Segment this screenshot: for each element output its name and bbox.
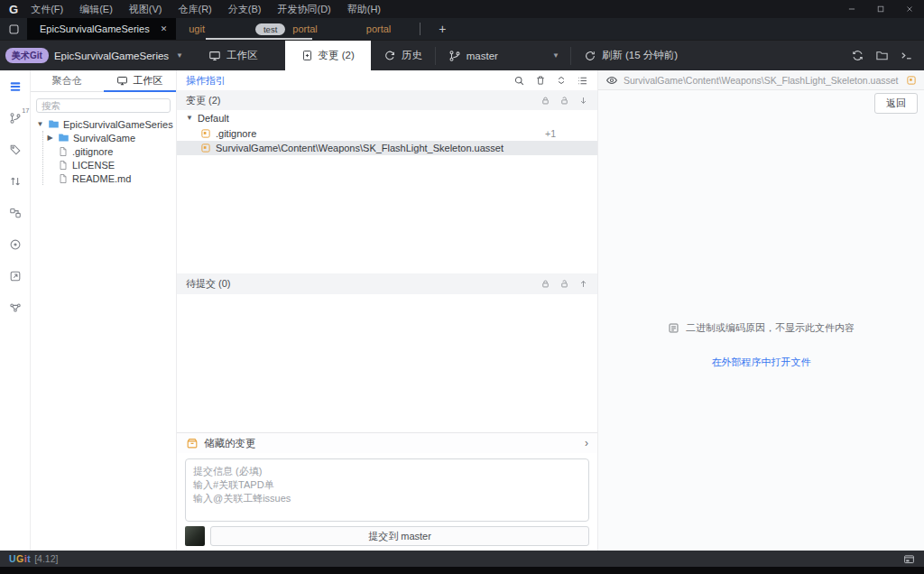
sync-icon[interactable] (851, 49, 864, 62)
tab-aggregate-repo[interactable]: 聚合仓 (31, 70, 104, 91)
rail-pipeline-button[interactable] (7, 301, 23, 315)
branch-selector[interactable]: master (436, 41, 502, 70)
stashed-changes-row[interactable]: 储藏的变更 › (177, 432, 597, 453)
tree-item-root[interactable]: ▼ EpicSurvivalGameSeries (31, 117, 176, 131)
menu-item-collab[interactable]: 开发协同(D) (277, 3, 330, 16)
operation-guide-link[interactable]: 操作指引 (186, 74, 226, 88)
list-view-icon[interactable] (577, 75, 588, 87)
rail-submodules-button[interactable] (7, 206, 23, 220)
circle-dot-icon (9, 238, 22, 251)
rail-push-pull-button[interactable] (7, 174, 23, 189)
staged-section-icons (541, 279, 588, 289)
preview-file-path: SurvivalGame\Content\Weapons\SK_FlashLig… (624, 75, 898, 86)
rail-workspace-button[interactable] (7, 79, 23, 94)
chevron-right-icon[interactable]: › (585, 437, 588, 449)
send-box-icon (9, 270, 22, 282)
close-button[interactable] (895, 0, 924, 18)
history-tab[interactable]: 历史 (371, 41, 435, 70)
change-group-label: Default (198, 113, 229, 124)
explorer-tabs: 聚合仓 工作区 (31, 70, 176, 92)
unlock-icon[interactable] (559, 279, 569, 289)
search-icon[interactable] (513, 75, 525, 87)
tree-item-folder[interactable]: ▶ SurvivalGame (46, 131, 176, 144)
panel-icon (903, 553, 915, 565)
refresh-icon (584, 50, 596, 62)
tree-item-label: README.md (72, 173, 131, 184)
repo-tab-active[interactable]: EpicSurvivalGameSeries ✕ (27, 18, 176, 40)
tab-workspace[interactable]: 工作区 (104, 70, 177, 91)
maximize-button[interactable] (866, 0, 895, 18)
repo-tab-label: portal (366, 23, 392, 34)
tab-label: 工作区 (133, 74, 162, 88)
tree-children: ▶ SurvivalGame .gitignore LICENSE (42, 131, 176, 185)
menu-item-help[interactable]: 帮助(H) (347, 3, 381, 16)
binary-notice-text: 二进制或编码原因，不显示此文件内容 (686, 321, 855, 335)
repo-tab-ugit[interactable]: ugit (176, 18, 217, 40)
changed-file-row[interactable]: .gitignore +1 (177, 125, 597, 141)
unlock-icon[interactable] (559, 96, 569, 106)
commit-button[interactable]: 提交到 master (210, 526, 589, 546)
tree-item-label: LICENSE (72, 160, 115, 171)
stage-down-arrow-icon[interactable] (578, 96, 588, 106)
notification-panel-button[interactable] (903, 553, 915, 565)
menu-list-icon (9, 80, 22, 93)
refresh-button[interactable]: 刷新 (15 分钟前) (571, 41, 690, 70)
rail-branches-button[interactable]: 17 (7, 111, 23, 125)
terminal-icon[interactable] (900, 49, 913, 62)
menu-item-edit[interactable]: 编辑(E) (79, 3, 113, 16)
tree-item-file[interactable]: .gitignore (46, 144, 176, 158)
tree-item-label: EpicSurvivalGameSeries (63, 119, 173, 130)
search-input[interactable] (36, 98, 171, 113)
refresh-label: 刷新 (15 分钟前) (602, 49, 678, 62)
chevron-right-icon[interactable]: ▶ (46, 134, 54, 142)
menu-bar: 文件(F) 编辑(E) 视图(V) 仓库(R) 分支(B) 开发协同(D) 帮助… (31, 3, 381, 16)
new-tab-button[interactable]: + (430, 18, 455, 40)
back-button[interactable]: 返回 (874, 93, 918, 114)
change-group-row[interactable]: ▼ Default (177, 110, 597, 125)
user-avatar[interactable] (185, 526, 205, 546)
unstage-up-arrow-icon[interactable] (578, 279, 588, 289)
tag-icon (9, 144, 22, 156)
open-external-link[interactable]: 在外部程序中打开文件 (598, 356, 924, 369)
branch-chevron-down-icon[interactable]: ▼ (552, 51, 559, 60)
menu-item-file[interactable]: 文件(F) (31, 3, 63, 16)
stashed-changes-label: 储藏的变更 (204, 437, 256, 450)
window-list-button[interactable] (0, 18, 27, 40)
menu-item-branch[interactable]: 分支(B) (228, 3, 262, 16)
repo-selector[interactable]: EpicSurvivalGameSeries (54, 51, 169, 61)
git-branch-icon (9, 112, 22, 125)
staged-section-header: 待提交 (0) (177, 273, 597, 294)
changed-file-row-selected[interactable]: SurvivalGame\Content\Weapons\SK_FlashLig… (177, 141, 597, 155)
repo-tab-portal-test[interactable]: test portal (243, 18, 330, 40)
repo-tab-portal[interactable]: portal (354, 18, 404, 40)
discard-trash-icon[interactable] (535, 75, 546, 86)
changed-file-name: SurvivalGame\Content\Weapons\SK_FlashLig… (216, 143, 504, 153)
rail-tags-button[interactable] (7, 143, 23, 157)
rail-issues-button[interactable] (7, 237, 23, 252)
changes-tab[interactable]: 变更 (2) (285, 41, 371, 70)
app-letter: U (9, 553, 16, 564)
stash-box-icon (186, 437, 199, 449)
repo-tab-label: portal (292, 23, 318, 34)
tree-item-file[interactable]: LICENSE (46, 158, 176, 171)
git-branch-icon (448, 50, 461, 62)
minimize-icon (847, 5, 856, 14)
menu-item-repository[interactable]: 仓库(R) (179, 3, 212, 16)
open-folder-icon[interactable] (875, 49, 889, 62)
rail-share-button[interactable] (7, 269, 23, 283)
commit-message-input[interactable]: 提交信息 (必填) 输入#关联TAPD单 输入@关联工蜂issues (185, 458, 589, 522)
lock-icon[interactable] (541, 96, 550, 106)
workspace-button[interactable]: 工作区 (196, 41, 271, 70)
changes-section-header: 变更 (2) (177, 90, 597, 110)
chevron-down-icon[interactable]: ▼ (176, 51, 183, 60)
menu-item-view[interactable]: 视图(V) (129, 3, 162, 16)
minimize-button[interactable] (837, 0, 866, 18)
chevron-down-icon[interactable]: ▼ (36, 120, 44, 128)
chevron-down-icon[interactable]: ▼ (186, 114, 193, 122)
lock-icon[interactable] (541, 279, 550, 289)
collapse-all-icon[interactable] (556, 75, 567, 86)
tab-close-icon[interactable]: ✕ (161, 24, 168, 33)
folder-icon (48, 118, 60, 130)
tree-item-file[interactable]: README.md (46, 171, 176, 185)
placeholder-line: 提交信息 (必填) (193, 465, 581, 478)
